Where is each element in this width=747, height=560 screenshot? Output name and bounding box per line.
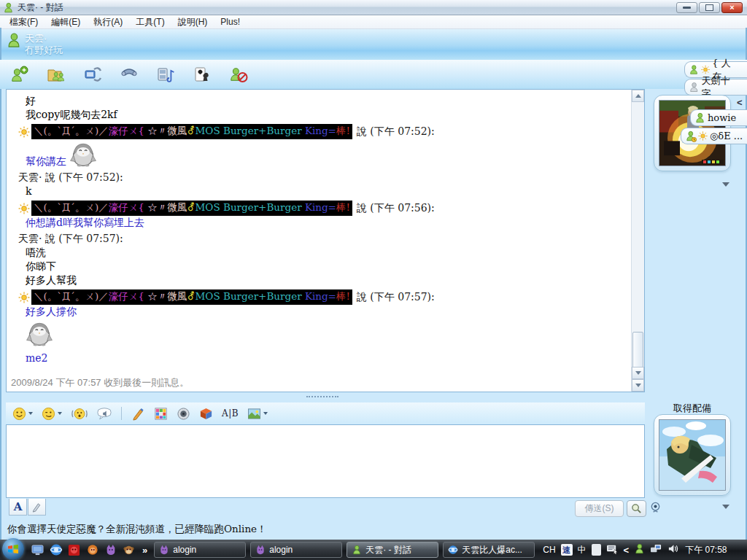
menu-actions[interactable]: 執行(A) [87, 15, 129, 29]
search-button[interactable] [627, 500, 646, 517]
scroll-up-button[interactable] [632, 90, 644, 102]
ime-speed-indicator[interactable]: 速 [561, 544, 573, 556]
voice-clip-button[interactable] [95, 405, 114, 422]
said-timestamp: 說 (下午 07:57): [357, 291, 435, 304]
taskbar-button-conversation[interactable]: 天雲· - 對話 [347, 542, 438, 558]
contact-tab-howie[interactable]: howie [690, 109, 747, 126]
app-icon-purple [159, 545, 169, 555]
sun-emoticon-icon [701, 65, 710, 74]
self-picture-options-icon[interactable] [722, 505, 729, 509]
peer-picture-options-icon[interactable] [722, 182, 729, 187]
share-files-icon[interactable] [44, 63, 69, 85]
last-message-notice: 2009/8/24 下午 07:57 收到最後一則訊息。 [11, 376, 189, 389]
buddy-online-icon [689, 64, 699, 75]
text-mode-tab[interactable]: A [9, 499, 27, 516]
arrow-down-icon [635, 371, 641, 375]
minimize-button[interactable] [676, 2, 697, 13]
internet-explorer-icon[interactable] [49, 543, 63, 557]
peer-message: 幫你講左 [26, 155, 66, 168]
nick-seg: ⚦ [187, 290, 195, 302]
activities-button[interactable] [197, 405, 215, 422]
app-icon-red[interactable] [67, 543, 81, 557]
video-call-icon[interactable] [80, 63, 105, 85]
show-desktop-icon[interactable] [31, 543, 44, 557]
quick-launch-overflow-icon[interactable]: » [142, 545, 147, 556]
menu-tools[interactable]: 工具(T) [129, 15, 171, 29]
invite-contact-icon[interactable] [7, 63, 32, 85]
get-gear-link[interactable]: 取得配備 [654, 402, 731, 415]
buddy-offline-icon [689, 82, 700, 93]
contact-status-message: 冇野好玩 [25, 44, 63, 57]
media-icon[interactable] [153, 63, 178, 85]
change-font-button[interactable]: A|B [220, 405, 241, 422]
messenger-tray-icon[interactable] [634, 543, 645, 556]
sun-emoticon-icon [18, 292, 30, 303]
handwriting-button[interactable] [129, 405, 147, 422]
taskbar-button-label: alogin [173, 545, 196, 555]
menu-edit[interactable]: 編輯(E) [44, 15, 87, 29]
volume-tray-icon[interactable] [667, 543, 678, 556]
app-icon-purple[interactable] [104, 543, 117, 557]
taskbar-button-alogin-1[interactable]: alogin [154, 542, 246, 558]
ime-band-indicator[interactable] [592, 544, 601, 556]
close-button[interactable]: × [721, 2, 743, 13]
nudge-button[interactable] [69, 405, 90, 422]
collapse-panel-icon[interactable]: < [737, 97, 743, 108]
self-display-picture-frame [654, 414, 731, 496]
keyboard-layout-icon[interactable] [606, 544, 619, 556]
nick-seg: King= [305, 125, 336, 136]
ink-mode-tab[interactable] [28, 499, 46, 516]
app-icon-monkey[interactable] [122, 543, 136, 557]
app-icon-orange[interactable] [85, 543, 99, 557]
nick-seg: ＼(。`Д´。ㄨ)／ [34, 290, 109, 302]
start-button[interactable] [2, 538, 24, 560]
message-input[interactable] [6, 424, 645, 498]
network-tray-icon[interactable] [650, 543, 662, 556]
games-icon[interactable] [190, 63, 214, 85]
chat-history-panel: 好 我copy呢幾句去2kf ＼(。`Д´。ㄨ)／濠仔ㄨ{ ☆〃微風⚦MOS B… [6, 89, 645, 392]
scroll-thumb[interactable] [632, 332, 643, 368]
taskbar-button-browser[interactable]: 天雲比人爆ac... [443, 542, 535, 558]
taskbar-button-label: 天雲比人爆ac... [462, 544, 522, 556]
peer-message: 好多人撐你 [18, 305, 629, 319]
tray-clock[interactable]: 下午 07:58 [685, 544, 727, 556]
chat-scrollbar[interactable] [631, 90, 644, 392]
restore-button[interactable] [699, 2, 720, 13]
emoticons-button[interactable] [10, 405, 35, 422]
peer-nickname: ＼(。`Д´。ㄨ)／濠仔ㄨ{ ☆〃微風⚦MOS Burger+Burger Ki… [31, 201, 352, 216]
said-timestamp: 說 (下午 07:56): [357, 202, 435, 215]
status-bar: 你會選擇天使定惡魔？全新混沌頻道，已經降臨跑Online！ [0, 519, 747, 540]
taskbar-button-label: 天雲· - 對話 [365, 544, 411, 556]
buddy-away-icon [685, 131, 696, 141]
contact-tab-4[interactable]: ◎δE ... [681, 128, 747, 144]
scroll-to-latest-button[interactable] [632, 379, 644, 392]
send-button[interactable]: 傳送(S) [575, 500, 624, 517]
tray-collapse-icon[interactable]: < [624, 545, 630, 556]
scroll-down-button[interactable] [632, 367, 644, 379]
menu-plus[interactable]: Plus! [214, 16, 247, 28]
contact-tab-2[interactable]: 天劍十字... [684, 79, 747, 96]
menu-help[interactable]: 說明(H) [171, 15, 214, 29]
self-message: 好多人幫我 [18, 273, 629, 287]
self-display-picture [659, 419, 726, 491]
emoticon-picker-button[interactable] [152, 405, 170, 422]
peer-message: 仲想講d咩我幫你寫埋上去 [18, 216, 629, 230]
audio-button[interactable] [174, 405, 193, 422]
menu-file[interactable]: 檔案(F) [3, 15, 44, 29]
block-contact-icon[interactable] [226, 63, 251, 85]
window-edge-left [0, 28, 1, 540]
webcam-icon[interactable] [649, 502, 662, 517]
language-indicator[interactable]: CH [543, 545, 555, 555]
winks-button[interactable] [39, 405, 64, 422]
minimize-icon [683, 7, 691, 9]
background-button[interactable] [245, 405, 270, 422]
taskbar-button-alogin-2[interactable]: alogin [250, 542, 342, 558]
ime-chinese-indicator[interactable]: 中 [578, 544, 587, 556]
self-message: 好 [18, 94, 629, 108]
nick-seg: MOS Burger+Burger [196, 125, 305, 136]
splitter-handle[interactable] [306, 396, 338, 397]
contact-tab-label: howie [708, 112, 736, 123]
voice-call-icon[interactable] [117, 63, 142, 85]
contact-tab-label: ◎δE ... [710, 131, 743, 141]
title-bar: 天雲· - 對話 × [0, 0, 747, 15]
